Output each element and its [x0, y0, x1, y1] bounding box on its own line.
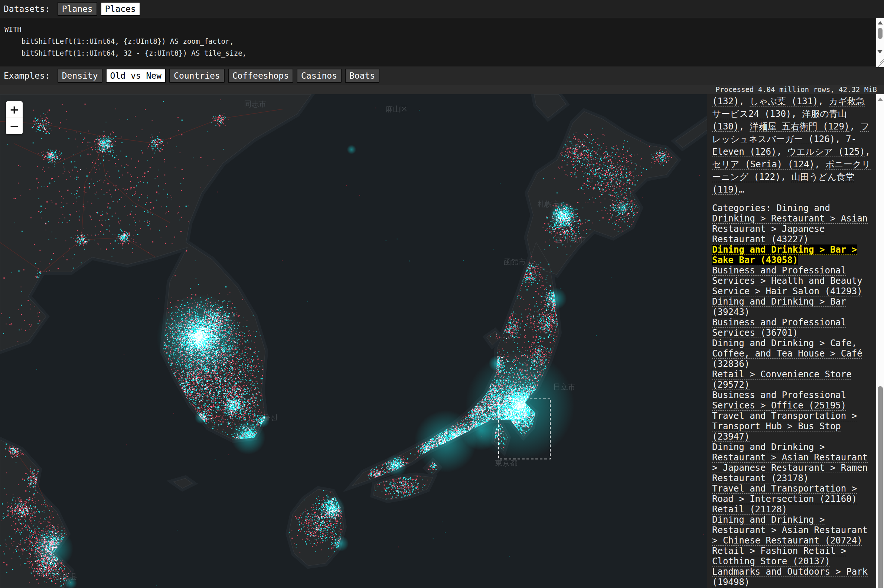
example-button-casinos[interactable]: Casinos [297, 69, 341, 83]
category-link[interactable]: Landmarks and Outdoors > Park (19498) [712, 567, 867, 587]
dataset-button-places[interactable]: Places [101, 2, 140, 16]
dataset-button-planes[interactable]: Planes [57, 2, 97, 16]
category-link[interactable]: Business and Professional Services > Hea… [712, 265, 863, 296]
dataset-buttons: PlanesPlaces [57, 2, 144, 16]
category-row: Travel and Transportation > Road > Inter… [712, 483, 872, 504]
category-link[interactable]: Dining and Drinking > Cafe, Coffee, and … [712, 338, 863, 369]
category-link[interactable]: Travel and Transportation > Road > Inter… [712, 483, 857, 504]
example-button-coffeeshops[interactable]: Coffeeshops [228, 69, 293, 83]
scroll-down-icon[interactable] [877, 50, 882, 53]
brand-link[interactable]: しゃぶ葉 (131) [750, 96, 818, 106]
status-text: Processed 4.04 million rows, 42.32 MiB [716, 86, 877, 93]
textarea-resize-grip-icon[interactable] [876, 56, 884, 67]
brand-link[interactable]: (132) [712, 96, 739, 106]
category-link[interactable]: Retail > Convenience Store (29572) [712, 369, 852, 390]
example-button-countries[interactable]: Countries [169, 69, 225, 83]
category-link[interactable]: Business and Professional Services > Off… [712, 390, 846, 411]
category-link[interactable]: Travel and Transportation > Transport Hu… [712, 411, 857, 442]
category-row: Retail (21128) [712, 504, 872, 514]
category-row: Retail > Convenience Store (29572) [712, 369, 872, 390]
category-link[interactable]: Dining and Drinking > Restaurant > Asian… [712, 514, 867, 546]
category-row: Retail > Fashion Retail > Clothing Store… [712, 546, 872, 567]
category-row: Travel and Transportation > Transport Hu… [712, 411, 872, 442]
query-text[interactable]: WITH bitShiftLeft(1::UInt64, {z:UInt8}) … [0, 18, 884, 66]
page-scrollbar-thumb[interactable] [878, 386, 883, 588]
category-link-highlighted[interactable]: Dining and Drinking > Bar > Sake Bar (43… [712, 244, 857, 265]
zoom-out-button[interactable]: − [6, 118, 23, 134]
datasets-label: Datasets: [4, 4, 50, 14]
brands-list: (132), しゃぶ葉 (131), カギ救急サービス24 (130), 洋服の… [712, 95, 872, 196]
category-link[interactable]: Retail > Fashion Retail > Clothing Store… [712, 546, 846, 567]
category-row: Business and Professional Services (3670… [712, 317, 872, 338]
category-row: Dining and Drinking > Restaurant > Asian… [712, 442, 872, 483]
results-sidebar: (132), しゃぶ葉 (131), カギ救急サービス24 (130), 洋服の… [707, 94, 884, 588]
category-row: Business and Professional Services > Off… [712, 390, 872, 411]
example-button-boats[interactable]: Boats [345, 69, 379, 83]
example-button-old-vs-new[interactable]: Old vs New [106, 69, 166, 83]
map-zoom-control: + − [6, 101, 23, 134]
examples-label: Examples: [4, 71, 50, 81]
map-canvas[interactable] [0, 94, 707, 588]
category-link[interactable]: Dining and Drinking > Restaurant > Asian… [712, 442, 867, 483]
category-row: Dining and Drinking > Restaurant > Asian… [712, 514, 872, 546]
datasets-bar: Datasets: PlanesPlaces [0, 0, 884, 18]
brand-link[interactable]: ウエルシア (125) [787, 147, 865, 157]
brand-link[interactable]: 洋麺屋 五右衛門 (129) [750, 121, 849, 132]
zoom-in-button[interactable]: + [6, 101, 23, 118]
query-editor[interactable]: WITH bitShiftLeft(1::UInt64, {z:UInt8}) … [0, 18, 884, 66]
category-row: Dining and Drinking > Cafe, Coffee, and … [712, 338, 872, 369]
categories-label: Categories: [712, 203, 776, 213]
page-scrollbar[interactable] [876, 94, 884, 588]
editor-scrollbar-thumb[interactable] [878, 28, 882, 39]
category-link[interactable]: Retail (21128) [712, 504, 787, 514]
example-buttons: DensityOld vs NewCountriesCoffeeshopsCas… [57, 69, 383, 83]
category-row: Dining and Drinking > Bar (39243) [712, 296, 872, 317]
examples-bar: Examples: DensityOld vs NewCountriesCoff… [0, 66, 884, 85]
category-row: Landmarks and Outdoors > Park (19498) [712, 567, 872, 587]
scroll-up-icon[interactable] [878, 21, 883, 24]
map[interactable]: + − [0, 94, 707, 588]
app-window: Datasets: PlanesPlaces WITH bitShiftLeft… [0, 0, 884, 588]
status-bar: Processed 4.04 million rows, 42.32 MiB [0, 85, 884, 94]
category-row: Business and Professional Services > Hea… [712, 265, 872, 296]
brand-link[interactable]: セリア (Seria) (124) [712, 159, 815, 170]
main-area: + − (132), しゃぶ葉 (131), カギ救急サービス24 (130),… [0, 94, 884, 588]
categories-list: Categories: Dining and Drinking > Restau… [712, 203, 872, 587]
example-button-density[interactable]: Density [57, 69, 102, 83]
category-link[interactable]: Dining and Drinking > Bar (39243) [712, 296, 846, 317]
scroll-up-icon[interactable] [878, 98, 883, 101]
category-link[interactable]: Business and Professional Services (3670… [712, 317, 846, 338]
editor-scrollbar[interactable] [876, 18, 884, 56]
category-row: Dining and Drinking > Bar > Sake Bar (43… [712, 244, 872, 265]
